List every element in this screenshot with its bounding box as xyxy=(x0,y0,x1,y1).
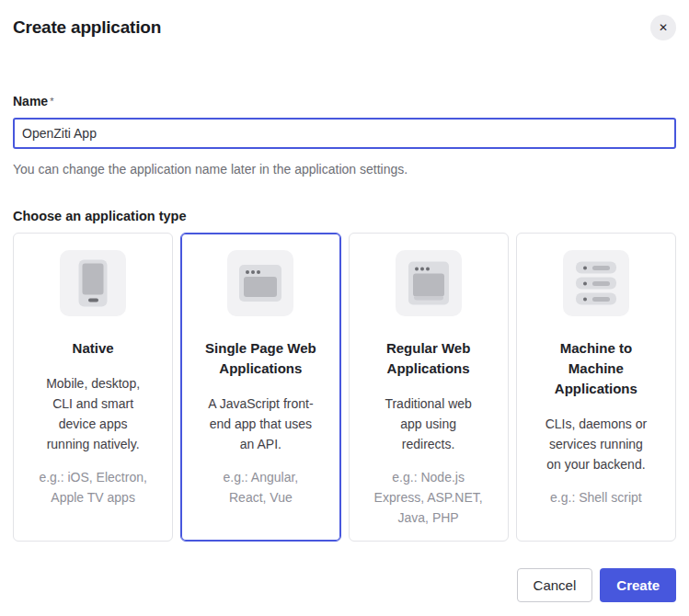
dialog-footer: Cancel Create xyxy=(0,568,689,602)
dialog-header: Create application ✕ xyxy=(0,0,689,40)
card-examples: e.g.: Shell script xyxy=(541,487,651,508)
server-stack xyxy=(576,262,616,305)
card-examples: e.g.: Node.js Express, ASP.NET, Java, PH… xyxy=(373,467,484,528)
card-title: Single Page Web Applications xyxy=(201,338,319,379)
close-icon: ✕ xyxy=(659,22,668,33)
phone-body xyxy=(79,260,108,307)
name-label-text: Name xyxy=(13,94,48,108)
card-description: CLIs, daemons or services running on you… xyxy=(541,414,651,474)
card-title: Regular Web Applications xyxy=(370,338,488,379)
card-machine-to-machine[interactable]: Machine to Machine Applications CLIs, da… xyxy=(516,233,676,542)
name-helper-text: You can change the application name late… xyxy=(13,161,676,177)
card-title: Native xyxy=(34,338,152,359)
card-regular-web[interactable]: Regular Web Applications Traditional web… xyxy=(349,233,509,542)
card-examples: e.g.: iOS, Electron, Apple TV apps xyxy=(38,467,148,508)
card-description: Traditional web app using redirects. xyxy=(373,394,484,454)
card-description: A JavaScript front-end app that uses an … xyxy=(205,394,316,454)
browser-window-icon xyxy=(227,250,293,316)
card-native[interactable]: Native Mobile, desktop, CLI and smart de… xyxy=(13,233,173,542)
name-field-label: Name* xyxy=(13,94,676,109)
phone-icon xyxy=(60,250,126,316)
application-type-label: Choose an application type xyxy=(13,208,676,224)
browser-window xyxy=(239,265,281,302)
create-button[interactable]: Create xyxy=(600,568,676,602)
card-title: Machine to Machine Applications xyxy=(537,338,655,399)
server-window xyxy=(408,262,449,305)
application-type-cards: Native Mobile, desktop, CLI and smart de… xyxy=(13,233,676,542)
cancel-button[interactable]: Cancel xyxy=(517,568,593,602)
close-button[interactable]: ✕ xyxy=(650,15,676,40)
card-description: Mobile, desktop, CLI and smart device ap… xyxy=(38,373,148,454)
required-marker: * xyxy=(50,96,53,107)
application-name-input[interactable] xyxy=(13,118,676,149)
web-server-icon xyxy=(396,250,462,316)
card-examples: e.g.: Angular, React, Vue xyxy=(205,467,316,508)
card-single-page-web[interactable]: Single Page Web Applications A JavaScrip… xyxy=(180,233,340,542)
create-application-dialog: Create application ✕ Name* You can chang… xyxy=(0,0,689,616)
server-stack-icon xyxy=(563,250,629,316)
dialog-title: Create application xyxy=(13,15,161,38)
